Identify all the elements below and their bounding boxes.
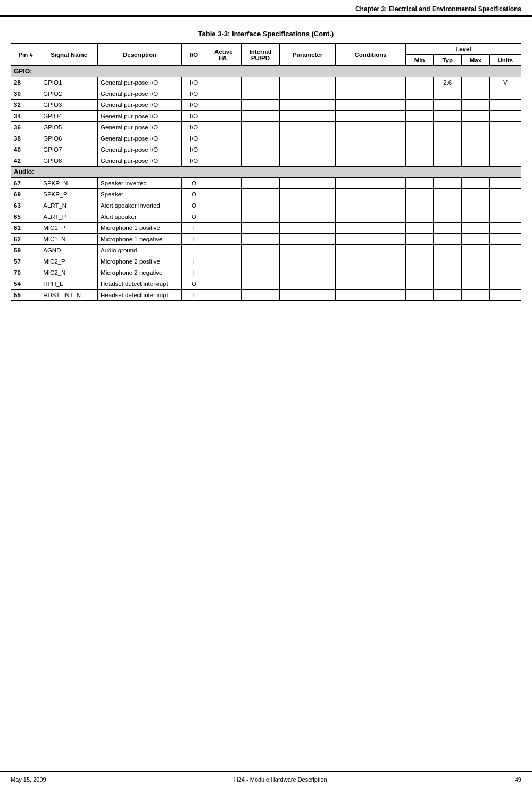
cell-2: General pur-pose I/O [98, 133, 182, 144]
cell-8 [405, 211, 434, 223]
cell-1: HDST_INT_N [40, 290, 98, 301]
cell-8 [405, 88, 434, 100]
cell-9 [434, 111, 462, 122]
table-row: 54HPH_LHeadset detect inter-ruptO [11, 278, 521, 290]
cell-1: GPIO8 [40, 155, 98, 167]
cell-0: 42 [11, 155, 40, 167]
cell-6 [280, 256, 336, 267]
cell-9 [434, 122, 462, 133]
cell-4 [206, 200, 241, 211]
cell-3: I/O [181, 88, 206, 100]
cell-7 [336, 77, 406, 88]
cell-11 [489, 111, 521, 122]
page-header: Chapter 3: Electrical and Environmental … [0, 0, 532, 17]
cell-5 [241, 77, 279, 88]
cell-8 [405, 256, 434, 267]
cell-10 [462, 267, 490, 278]
cell-7 [336, 100, 406, 111]
cell-8 [405, 200, 434, 211]
cell-3: I/O [181, 111, 206, 122]
cell-9 [434, 100, 462, 111]
cell-2: Alert speaker inverted [98, 200, 182, 211]
table-row: 40GPIO7General pur-pose I/OI/O [11, 144, 521, 155]
cell-4 [206, 211, 241, 223]
col-header-min: Min [405, 55, 434, 66]
cell-2: General pur-pose I/O [98, 77, 182, 88]
section-header-row: Audio: [11, 167, 521, 178]
table-row: 34GPIO4General pur-pose I/OI/O [11, 111, 521, 122]
cell-9 [434, 144, 462, 155]
cell-10 [462, 211, 490, 223]
cell-6 [280, 178, 336, 189]
cell-0: 32 [11, 100, 40, 111]
cell-9 [434, 133, 462, 144]
cell-4 [206, 155, 241, 167]
cell-9 [434, 178, 462, 189]
cell-8 [405, 178, 434, 189]
cell-3: I/O [181, 122, 206, 133]
cell-7 [336, 200, 406, 211]
cell-4 [206, 144, 241, 155]
cell-0: 28 [11, 77, 40, 88]
cell-5 [241, 122, 279, 133]
cell-0: 34 [11, 111, 40, 122]
col-header-io: I/O [181, 44, 206, 66]
cell-11 [489, 178, 521, 189]
cell-4 [206, 122, 241, 133]
cell-2: Microphone 2 positive [98, 256, 182, 267]
cell-7 [336, 256, 406, 267]
table-row: 70MIC2_NMicrophone 2 negativeI [11, 267, 521, 278]
cell-6 [280, 211, 336, 223]
cell-10 [462, 77, 490, 88]
cell-0: 63 [11, 200, 40, 211]
cell-6 [280, 223, 336, 234]
cell-10 [462, 200, 490, 211]
cell-0: 38 [11, 133, 40, 144]
cell-6 [280, 200, 336, 211]
cell-3: O [181, 189, 206, 200]
cell-11 [489, 88, 521, 100]
cell-7 [336, 245, 406, 256]
cell-2: Alert speaker [98, 211, 182, 223]
table-row: 69SPKR_PSpeakerO [11, 189, 521, 200]
interface-specs-table: Pin # Signal Name Description I/O Active… [11, 43, 521, 301]
cell-0: 54 [11, 278, 40, 290]
cell-8 [405, 155, 434, 167]
cell-8 [405, 267, 434, 278]
cell-8 [405, 278, 434, 290]
cell-11: V [489, 77, 521, 88]
cell-2: Microphone 1 negative [98, 234, 182, 245]
cell-11 [489, 290, 521, 301]
cell-1: GPIO5 [40, 122, 98, 133]
cell-5 [241, 178, 279, 189]
cell-4 [206, 223, 241, 234]
cell-4 [206, 267, 241, 278]
cell-9 [434, 200, 462, 211]
cell-6 [280, 122, 336, 133]
cell-7 [336, 88, 406, 100]
cell-4 [206, 278, 241, 290]
col-header-active: Active H/L [206, 44, 241, 66]
table-row: 57MIC2_PMicrophone 2 positiveI [11, 256, 521, 267]
cell-2: Microphone 1 positive [98, 223, 182, 234]
cell-11 [489, 189, 521, 200]
cell-2: Headset detect inter-rupt [98, 290, 182, 301]
cell-10 [462, 88, 490, 100]
cell-6 [280, 77, 336, 88]
cell-9 [434, 256, 462, 267]
cell-0: 69 [11, 189, 40, 200]
cell-3 [181, 245, 206, 256]
cell-3: O [181, 278, 206, 290]
cell-2: Speaker inverted [98, 178, 182, 189]
cell-11 [489, 267, 521, 278]
cell-10 [462, 133, 490, 144]
cell-4 [206, 111, 241, 122]
cell-2: Audio ground [98, 245, 182, 256]
cell-8 [405, 133, 434, 144]
cell-4 [206, 256, 241, 267]
page-footer: May 15, 2009 H24 - Module Hardware Descr… [0, 771, 532, 787]
cell-5 [241, 100, 279, 111]
footer-left: May 15, 2009 [11, 776, 46, 783]
cell-3: I/O [181, 133, 206, 144]
cell-10 [462, 155, 490, 167]
